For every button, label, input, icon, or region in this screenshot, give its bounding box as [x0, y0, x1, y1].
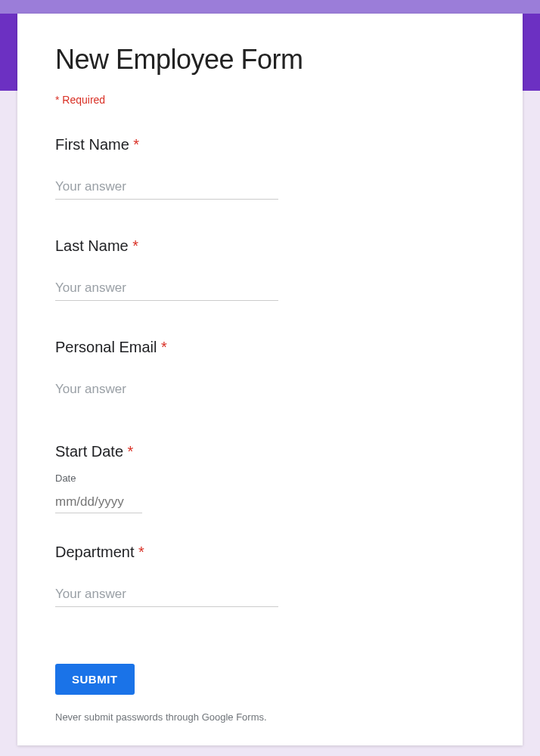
submit-button[interactable]: SUBMIT: [55, 664, 135, 695]
first-name-label-text: First Name: [55, 136, 133, 153]
last-name-input[interactable]: [55, 276, 278, 301]
personal-email-label-text: Personal Email: [55, 339, 161, 355]
field-first-name: First Name *: [55, 136, 485, 200]
disclaimer-text: Never submit passwords through Google Fo…: [55, 711, 485, 723]
required-asterisk: *: [161, 339, 167, 355]
department-label-text: Department: [55, 544, 138, 560]
department-input[interactable]: [55, 582, 278, 607]
required-asterisk: *: [132, 237, 138, 254]
required-asterisk: *: [133, 136, 139, 153]
start-date-input[interactable]: [55, 491, 142, 513]
start-date-label-text: Start Date: [55, 443, 128, 460]
first-name-label: First Name *: [55, 136, 485, 153]
personal-email-input[interactable]: [55, 377, 278, 401]
field-personal-email: Personal Email *: [55, 339, 485, 401]
start-date-label: Start Date *: [55, 443, 485, 460]
field-department: Department *: [55, 544, 485, 607]
required-asterisk: *: [138, 544, 144, 560]
field-start-date: Start Date * Date: [55, 443, 485, 513]
last-name-label-text: Last Name: [55, 237, 132, 254]
first-name-input[interactable]: [55, 175, 278, 200]
form-title: New Employee Form: [55, 44, 485, 76]
form-card: New Employee Form * Required First Name …: [17, 14, 523, 745]
personal-email-label: Personal Email *: [55, 339, 485, 356]
department-label: Department *: [55, 544, 485, 561]
last-name-label: Last Name *: [55, 237, 485, 255]
header-light-band: [0, 0, 540, 14]
form-inner: New Employee Form * Required First Name …: [17, 44, 523, 723]
field-last-name: Last Name *: [55, 237, 485, 301]
required-asterisk: *: [128, 443, 134, 460]
required-note: * Required: [55, 94, 485, 106]
start-date-sublabel: Date: [55, 472, 485, 484]
